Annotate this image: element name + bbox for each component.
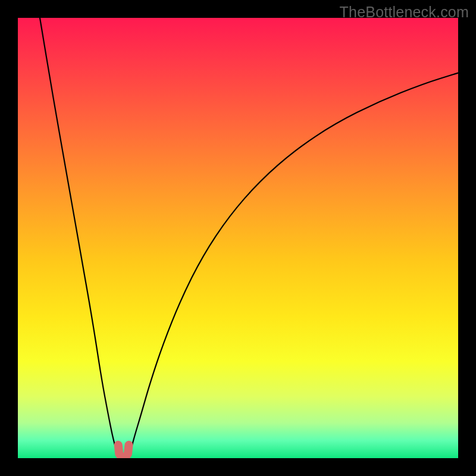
watermark-text: TheBottleneck.com — [340, 4, 469, 21]
curve-left-branch — [40, 18, 118, 456]
curve-highlight-u — [118, 445, 129, 457]
curve-layer — [18, 18, 458, 458]
plot-area — [18, 18, 458, 458]
curve-right-branch — [129, 73, 458, 456]
chart-container: TheBottleneck.com — [0, 0, 476, 476]
